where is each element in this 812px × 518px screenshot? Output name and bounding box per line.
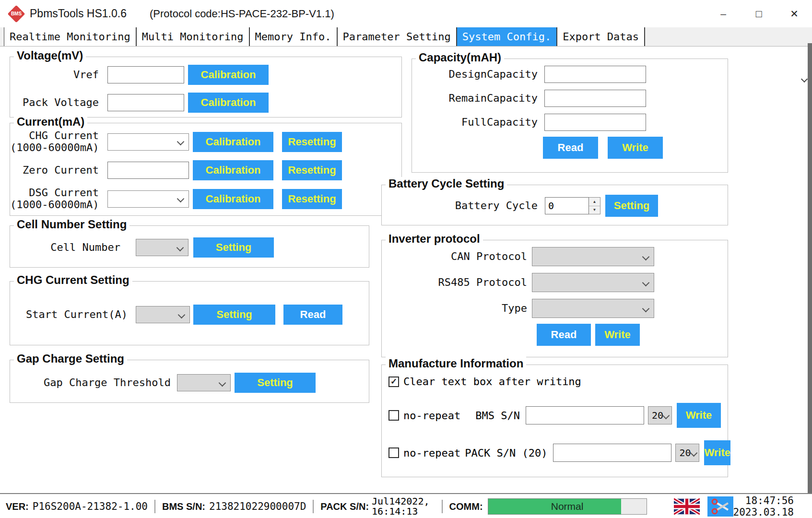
cell-number-dropdown[interactable] <box>136 239 188 256</box>
rs485-protocol-dropdown[interactable] <box>532 273 654 292</box>
tab-export-datas[interactable]: Export Datas <box>557 27 645 46</box>
cell-number-setting-button[interactable]: Setting <box>193 237 274 258</box>
minimize-button[interactable]: – <box>706 0 741 27</box>
tab-parameter-setting[interactable]: Parameter Setting <box>338 27 457 46</box>
bms-logo-icon: BMS <box>7 4 26 24</box>
battery-cycle-setting-button[interactable]: Setting <box>605 195 658 217</box>
chg-current-resetting-button[interactable]: Resetting <box>282 132 342 152</box>
can-protocol-dropdown[interactable] <box>532 247 654 266</box>
start-current-setting-button[interactable]: Setting <box>193 305 275 325</box>
cell-number-label: Cell Number <box>10 242 120 254</box>
vref-calibration-button[interactable]: Calibration <box>188 65 269 85</box>
start-current-dropdown[interactable] <box>136 306 190 323</box>
rs485-protocol-row: RS485 Protocol <box>382 273 728 292</box>
start-current-read-button[interactable]: Read <box>283 305 342 325</box>
full-capacity-input[interactable] <box>544 114 646 131</box>
bms-sn-length-dropdown[interactable]: 20 <box>648 406 672 424</box>
dsg-current-label: DSG Current (1000-60000mA) <box>10 187 99 211</box>
no-repeat-checkbox-pack[interactable] <box>388 447 399 458</box>
pack-voltage-label: Pack Voltage <box>10 97 99 109</box>
design-capacity-input[interactable] <box>544 66 646 83</box>
chg-current-setting-group-title: CHG Current Setting <box>14 273 132 287</box>
design-capacity-label: DesignCapacity <box>412 69 538 81</box>
maximize-button[interactable]: □ <box>741 0 777 27</box>
bms-sn-row: no-repeat BMS S/N 20 Write <box>382 403 728 428</box>
uk-flag-icon[interactable] <box>674 498 700 515</box>
zero-current-calibration-button[interactable]: Calibration <box>193 160 273 180</box>
chevron-down-icon <box>177 244 184 251</box>
cell-number-group-title: Cell Number Setting <box>14 218 129 231</box>
clear-text-box-row: ✓ Clear text box after writing <box>382 376 728 388</box>
chg-current-label: CHG Current (1000-60000mA) <box>10 130 99 153</box>
comm-label: COMM: <box>449 501 483 512</box>
logo-text: BMS <box>7 4 26 24</box>
zero-current-resetting-button[interactable]: Resetting <box>282 160 342 180</box>
pack-sn-status-label: PACK S/N: <box>320 501 369 512</box>
chg-current-dropdown[interactable] <box>107 133 189 151</box>
dsg-current-calibration-button[interactable]: Calibration <box>193 189 273 209</box>
spinner-buttons: ▲ ▼ <box>589 197 600 214</box>
spinner-down-icon[interactable]: ▼ <box>589 206 600 214</box>
voltage-group: Voltage(mV) Vref Calibration Pack Voltag… <box>10 57 402 118</box>
chg-current-setting-group: CHG Current Setting Start Current(A) Set… <box>10 281 369 345</box>
zero-current-label: Zero Current <box>10 165 99 177</box>
comm-status-text: Normal <box>488 499 647 514</box>
vref-label: Vref <box>10 69 99 81</box>
pack-voltage-calibration-button[interactable]: Calibration <box>188 93 269 113</box>
tab-realtime-monitoring[interactable]: Realtime Monitoring <box>4 27 137 46</box>
inverter-buttons: Read Write <box>382 324 728 346</box>
no-repeat-checkbox-bms[interactable] <box>388 410 399 421</box>
pack-sn-length-dropdown[interactable]: 20 <box>675 444 699 462</box>
can-protocol-label: CAN Protocol <box>382 251 527 263</box>
capacity-buttons: Read Write <box>412 137 728 159</box>
bms-sn-status-label: BMS S/N: <box>162 501 205 512</box>
gap-charge-threshold-label: Gap Charge Threshold <box>10 377 171 389</box>
remain-capacity-label: RemainCapacity <box>412 93 538 105</box>
chevron-down-icon <box>178 311 186 318</box>
chevron-down-icon <box>642 253 650 260</box>
zero-current-input[interactable] <box>107 162 189 179</box>
battery-cycle-group: Battery Cycle Setting Battery Cycle ▲ ▼ … <box>381 185 728 225</box>
spinner-up-icon[interactable]: ▲ <box>589 198 600 206</box>
separator <box>442 500 443 513</box>
pack-sn-label: PACK S/N (20) <box>465 447 547 459</box>
titlebar: BMS PbmsTools HS1.0.6 (Protocol code:HS-… <box>0 0 812 27</box>
bms-sn-input[interactable] <box>526 406 644 424</box>
vref-row: Vref Calibration <box>10 65 401 85</box>
dsg-current-label-line1: DSG Current <box>10 187 99 199</box>
inverter-read-button[interactable]: Read <box>537 324 591 346</box>
screenshot-scissors-icon[interactable] <box>707 496 733 517</box>
cell-number-row: Cell Number Setting <box>10 237 369 258</box>
inverter-write-button[interactable]: Write <box>595 324 640 346</box>
dsg-current-resetting-button[interactable]: Resetting <box>282 189 342 209</box>
type-dropdown[interactable] <box>532 299 654 318</box>
dsg-current-dropdown[interactable] <box>107 190 189 208</box>
gap-charge-setting-button[interactable]: Setting <box>235 373 316 393</box>
gap-charge-threshold-dropdown[interactable] <box>177 374 231 391</box>
tab-multi-monitoring[interactable]: Multi Monitoring <box>137 27 250 46</box>
close-button[interactable]: ✕ <box>777 0 812 27</box>
start-current-label: Start Current(A) <box>10 309 128 321</box>
chevron-down-icon <box>177 138 185 146</box>
remain-capacity-input[interactable] <box>544 90 646 107</box>
status-bar: VER: P16S200A-21382-1.00 BMS S/N: 213821… <box>0 493 812 518</box>
pack-sn-write-button[interactable]: Write <box>704 440 730 465</box>
remain-capacity-row: RemainCapacity <box>412 90 728 107</box>
bms-sn-write-button[interactable]: Write <box>677 403 721 428</box>
chevron-down-icon <box>690 449 697 457</box>
clear-text-box-label: Clear text box after writing <box>403 376 581 388</box>
tab-memory-info[interactable]: Memory Info. <box>250 27 338 46</box>
battery-cycle-input[interactable] <box>545 197 589 214</box>
pack-sn-row: no-repeat PACK S/N (20) 20 Write <box>382 440 728 465</box>
pack-sn-input[interactable] <box>553 444 671 462</box>
chg-current-calibration-button[interactable]: Calibration <box>193 132 273 152</box>
separator <box>313 500 314 513</box>
vref-input[interactable] <box>107 66 184 83</box>
clear-text-box-checkbox[interactable]: ✓ <box>388 377 399 387</box>
capacity-read-button[interactable]: Read <box>543 137 598 159</box>
tab-system-config[interactable]: System Config. <box>457 27 557 46</box>
bms-sn-status-value: 213821022900007D <box>209 501 306 512</box>
chevron-down-icon <box>177 195 185 203</box>
capacity-write-button[interactable]: Write <box>608 137 663 159</box>
pack-voltage-input[interactable] <box>107 94 184 111</box>
